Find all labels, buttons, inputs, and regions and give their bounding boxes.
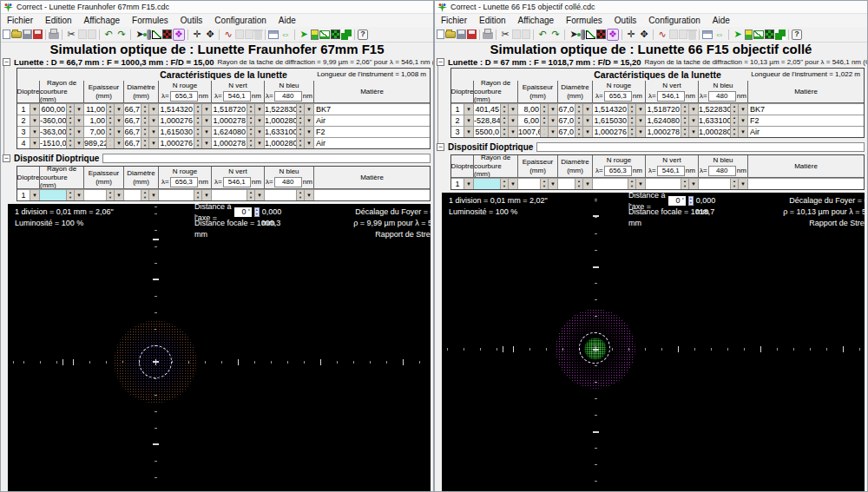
- diam-value-input[interactable]: 66,7: [124, 104, 141, 115]
- green-pointer-icon[interactable]: ➤: [732, 29, 744, 41]
- lambda-value-input[interactable]: 656,3: [170, 91, 198, 102]
- dropdown-button[interactable]: ▼: [738, 115, 747, 126]
- diam-value-input[interactable]: 67,0: [558, 127, 575, 137]
- material-value[interactable]: BK7: [314, 104, 430, 115]
- dropdown-button[interactable]: ▼: [74, 127, 83, 137]
- spinner-down[interactable]: ▼: [681, 109, 688, 115]
- dropdown-button[interactable]: ▼: [254, 127, 264, 137]
- dropdown-button[interactable]: ▼: [738, 179, 747, 189]
- axis-distance-input[interactable]: 0 ': [234, 207, 252, 217]
- center-cross-icon[interactable]: ✛: [625, 29, 637, 41]
- green-matrix-icon[interactable]: [331, 30, 340, 39]
- value-spinner[interactable]: ▲▼: [247, 115, 254, 126]
- dropdown-button[interactable]: ▼: [635, 179, 645, 189]
- full-screen-icon[interactable]: [341, 30, 352, 40]
- value-spinner[interactable]: ▲▼: [141, 115, 148, 126]
- nr-value-input[interactable]: [159, 190, 194, 200]
- value-spinner[interactable]: ▲▼: [730, 104, 738, 115]
- nb-value-input[interactable]: [699, 179, 730, 189]
- thick-value-input[interactable]: 1,00: [84, 115, 106, 126]
- nb-value-input[interactable]: [265, 190, 296, 200]
- spinner-down[interactable]: ▼: [141, 195, 148, 200]
- spinner-down[interactable]: ▼: [247, 143, 254, 148]
- value-spinner[interactable]: ▲▼: [628, 115, 635, 126]
- ng-value-input[interactable]: 1,624080: [212, 127, 247, 137]
- value-spinner[interactable]: ▲▼: [66, 127, 74, 137]
- value-spinner[interactable]: ▲▼: [575, 179, 582, 189]
- value-spinner[interactable]: ▲▼: [575, 115, 582, 126]
- material-value[interactable]: F2: [748, 115, 864, 126]
- radius-value-input[interactable]: -1510,0: [40, 138, 66, 148]
- data-table-icon[interactable]: [311, 30, 319, 40]
- flip-view-icon[interactable]: ⇔: [279, 29, 292, 41]
- spinner-down[interactable]: ▼: [575, 184, 582, 189]
- menu-item-fichier[interactable]: Fichier: [435, 16, 473, 25]
- lambda-value-input[interactable]: 480: [708, 166, 736, 176]
- spinner-down[interactable]: ▼: [107, 132, 114, 137]
- value-spinner[interactable]: ▲▼: [194, 104, 201, 115]
- dropdown-button[interactable]: ▼: [114, 190, 123, 200]
- radius-value-input[interactable]: 401,45: [474, 104, 500, 115]
- title-bar[interactable]: Correct - Lunette Fraunhofer 67mm F15.cd…: [1, 1, 433, 14]
- dropdown-button[interactable]: ▼: [688, 127, 698, 137]
- spinner-down[interactable]: ▼: [681, 132, 688, 137]
- help-icon[interactable]: ?: [358, 30, 368, 40]
- dropdown-button[interactable]: ▼: [30, 104, 39, 115]
- value-spinner[interactable]: ▲▼: [500, 127, 508, 137]
- value-spinner[interactable]: ▲▼: [66, 190, 74, 200]
- dropdown-button[interactable]: ▼: [30, 127, 39, 137]
- green-chart-icon[interactable]: [753, 30, 764, 39]
- collapse-lunette-button[interactable]: −: [3, 58, 10, 66]
- spinner-down[interactable]: ▼: [628, 121, 635, 126]
- axis-distance-input[interactable]: 0 ': [668, 196, 686, 206]
- paste-icon[interactable]: [522, 30, 530, 39]
- ng-value-input[interactable]: 1,624080: [646, 115, 681, 126]
- value-spinner[interactable]: ▲▼: [540, 115, 548, 126]
- dropdown-button[interactable]: ▼: [148, 115, 158, 126]
- open-file-icon[interactable]: [445, 31, 456, 38]
- undo-icon[interactable]: ↶: [102, 29, 115, 41]
- thick-value-input[interactable]: 1007,63: [518, 127, 540, 137]
- dropdown-button[interactable]: ▼: [201, 190, 211, 200]
- spinner-down[interactable]: ▼: [141, 143, 148, 148]
- optical-element-icon[interactable]: [147, 30, 151, 40]
- value-spinner[interactable]: ▲▼: [681, 104, 688, 115]
- save-icon[interactable]: [23, 30, 32, 39]
- spinner-down[interactable]: ▼: [194, 121, 201, 126]
- dropdown-button[interactable]: ▼: [254, 104, 264, 115]
- spinner-down[interactable]: ▼: [575, 132, 582, 137]
- delete-icon[interactable]: [254, 31, 262, 40]
- data-table-icon[interactable]: [745, 30, 753, 40]
- copy-config-icon[interactable]: [669, 30, 678, 39]
- thick-value-input[interactable]: 6,00: [518, 115, 540, 126]
- dropdown-button[interactable]: ▼: [304, 104, 313, 115]
- value-spinner[interactable]: ▲▼: [247, 127, 254, 137]
- value-spinner[interactable]: ▲▼: [106, 104, 114, 115]
- spinner-down[interactable]: ▼: [501, 121, 508, 126]
- collapse-dispositif-button[interactable]: −: [3, 154, 10, 162]
- value-spinner[interactable]: ▲▼: [194, 190, 201, 200]
- dropdown-button[interactable]: ▼: [304, 127, 313, 137]
- dropdown-button[interactable]: ▼: [582, 104, 592, 115]
- dropdown-button[interactable]: ▼: [114, 127, 123, 137]
- value-spinner[interactable]: ▲▼: [500, 115, 508, 126]
- move-cross-icon[interactable]: ✥: [204, 29, 216, 41]
- spinner-down[interactable]: ▼: [247, 121, 254, 126]
- nb-value-input[interactable]: 1,522830: [265, 104, 296, 115]
- value-spinner[interactable]: ▲▼: [106, 190, 114, 200]
- dropdown-button[interactable]: ▼: [201, 115, 211, 126]
- dropdown-button[interactable]: ▼: [201, 138, 211, 148]
- nr-value-input[interactable]: 1,615030: [593, 115, 628, 126]
- dropdown-button[interactable]: ▼: [548, 179, 557, 189]
- copy-icon[interactable]: [512, 30, 521, 39]
- lambda-value-input[interactable]: 546,1: [657, 166, 685, 176]
- spinner-down[interactable]: ▼: [501, 109, 508, 115]
- title-bar[interactable]: Correct - Lunette 66 F15 objectif collé.…: [435, 1, 867, 14]
- dropdown-button[interactable]: ▼: [30, 138, 39, 148]
- value-spinner[interactable]: ▲▼: [730, 115, 738, 126]
- lambda-value-input[interactable]: 546,1: [657, 91, 685, 102]
- spinner-down[interactable]: ▼: [541, 184, 548, 189]
- spinner-down[interactable]: ▼: [67, 121, 74, 126]
- ng-value-input[interactable]: [646, 179, 681, 189]
- curve-tool-icon[interactable]: ∿: [222, 29, 234, 41]
